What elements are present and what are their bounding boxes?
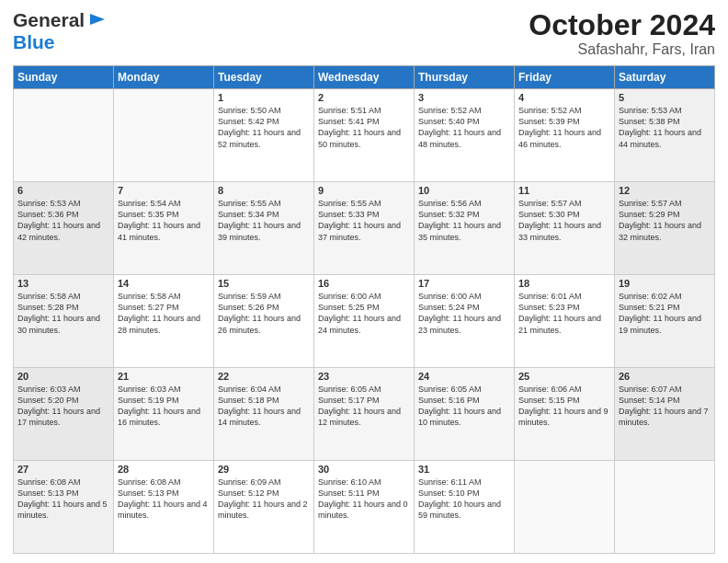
day-of-week-header: Thursday	[415, 66, 515, 89]
day-number: 20	[17, 371, 109, 382]
day-info: Sunrise: 6:09 AMSunset: 5:12 PMDaylight:…	[218, 477, 310, 522]
day-info: Sunrise: 5:55 AMSunset: 5:34 PMDaylight:…	[218, 198, 310, 243]
calendar-cell: 11Sunrise: 5:57 AMSunset: 5:30 PMDayligh…	[515, 182, 615, 275]
calendar-cell: 17Sunrise: 6:00 AMSunset: 5:24 PMDayligh…	[415, 275, 515, 368]
calendar-cell	[615, 461, 715, 554]
calendar-cell: 16Sunrise: 6:00 AMSunset: 5:25 PMDayligh…	[314, 275, 415, 368]
day-number: 6	[17, 185, 109, 196]
day-info: Sunrise: 5:51 AMSunset: 5:41 PMDaylight:…	[318, 105, 410, 150]
calendar-cell: 31Sunrise: 6:11 AMSunset: 5:10 PMDayligh…	[415, 461, 515, 554]
logo-general-text: General	[13, 9, 85, 31]
calendar-cell: 28Sunrise: 6:08 AMSunset: 5:13 PMDayligh…	[114, 461, 214, 554]
calendar-cell: 8Sunrise: 5:55 AMSunset: 5:34 PMDaylight…	[214, 182, 314, 275]
day-number: 19	[619, 278, 711, 289]
day-number: 15	[218, 278, 310, 289]
logo-flag-icon	[86, 10, 107, 30]
day-info: Sunrise: 6:06 AMSunset: 5:15 PMDaylight:…	[518, 384, 610, 429]
calendar-cell: 30Sunrise: 6:10 AMSunset: 5:11 PMDayligh…	[314, 461, 415, 554]
calendar-cell: 27Sunrise: 6:08 AMSunset: 5:13 PMDayligh…	[14, 461, 114, 554]
calendar-cell	[114, 89, 214, 182]
page: General Blue October 2024 Safashahr, Far…	[0, 0, 728, 563]
calendar-cell: 23Sunrise: 6:05 AMSunset: 5:17 PMDayligh…	[314, 368, 415, 461]
day-number: 7	[118, 185, 210, 196]
calendar-cell	[515, 461, 615, 554]
day-info: Sunrise: 5:52 AMSunset: 5:40 PMDaylight:…	[418, 105, 510, 150]
day-info: Sunrise: 5:52 AMSunset: 5:39 PMDaylight:…	[518, 105, 610, 150]
day-info: Sunrise: 5:53 AMSunset: 5:38 PMDaylight:…	[619, 105, 711, 150]
calendar-cell: 5Sunrise: 5:53 AMSunset: 5:38 PMDaylight…	[615, 89, 715, 182]
day-number: 14	[118, 278, 210, 289]
day-info: Sunrise: 6:05 AMSunset: 5:17 PMDaylight:…	[318, 384, 410, 429]
calendar-cell: 15Sunrise: 5:59 AMSunset: 5:26 PMDayligh…	[214, 275, 314, 368]
calendar-week-row: 13Sunrise: 5:58 AMSunset: 5:28 PMDayligh…	[14, 275, 715, 368]
calendar-cell: 10Sunrise: 5:56 AMSunset: 5:32 PMDayligh…	[415, 182, 515, 275]
calendar-week-row: 20Sunrise: 6:03 AMSunset: 5:20 PMDayligh…	[14, 368, 715, 461]
day-info: Sunrise: 6:07 AMSunset: 5:14 PMDaylight:…	[619, 384, 711, 429]
calendar-table: SundayMondayTuesdayWednesdayThursdayFrid…	[13, 65, 715, 554]
day-number: 28	[118, 464, 210, 475]
day-number: 4	[518, 92, 610, 103]
day-number: 12	[619, 185, 711, 196]
calendar-cell: 4Sunrise: 5:52 AMSunset: 5:39 PMDaylight…	[515, 89, 615, 182]
day-of-week-header: Wednesday	[314, 66, 415, 89]
day-number: 13	[17, 278, 109, 289]
day-info: Sunrise: 5:56 AMSunset: 5:32 PMDaylight:…	[418, 198, 510, 243]
location-title: Safashahr, Fars, Iran	[529, 41, 715, 58]
day-number: 3	[418, 92, 510, 103]
calendar-cell: 25Sunrise: 6:06 AMSunset: 5:15 PMDayligh…	[515, 368, 615, 461]
logo-blue-text: Blue	[13, 31, 55, 53]
day-info: Sunrise: 5:55 AMSunset: 5:33 PMDaylight:…	[318, 198, 410, 243]
calendar-cell: 22Sunrise: 6:04 AMSunset: 5:18 PMDayligh…	[214, 368, 314, 461]
calendar-cell: 29Sunrise: 6:09 AMSunset: 5:12 PMDayligh…	[214, 461, 314, 554]
day-of-week-header: Tuesday	[214, 66, 314, 89]
day-number: 29	[218, 464, 310, 475]
day-number: 18	[518, 278, 610, 289]
calendar-cell: 12Sunrise: 5:57 AMSunset: 5:29 PMDayligh…	[615, 182, 715, 275]
calendar-cell	[14, 89, 114, 182]
logo: General Blue	[13, 9, 107, 53]
day-info: Sunrise: 6:04 AMSunset: 5:18 PMDaylight:…	[218, 384, 310, 429]
calendar-cell: 2Sunrise: 5:51 AMSunset: 5:41 PMDaylight…	[314, 89, 415, 182]
title-block: October 2024 Safashahr, Fars, Iran	[529, 9, 715, 58]
day-info: Sunrise: 6:11 AMSunset: 5:10 PMDaylight:…	[418, 477, 510, 522]
day-number: 26	[619, 371, 711, 382]
svg-marker-0	[90, 14, 105, 25]
day-number: 21	[118, 371, 210, 382]
day-number: 16	[318, 278, 410, 289]
day-of-week-header: Saturday	[615, 66, 715, 89]
day-info: Sunrise: 5:53 AMSunset: 5:36 PMDaylight:…	[17, 198, 109, 243]
day-info: Sunrise: 5:57 AMSunset: 5:29 PMDaylight:…	[619, 198, 711, 243]
day-number: 23	[318, 371, 410, 382]
day-number: 10	[418, 185, 510, 196]
calendar-cell: 18Sunrise: 6:01 AMSunset: 5:23 PMDayligh…	[515, 275, 615, 368]
day-info: Sunrise: 5:58 AMSunset: 5:27 PMDaylight:…	[118, 291, 210, 336]
day-info: Sunrise: 5:57 AMSunset: 5:30 PMDaylight:…	[518, 198, 610, 243]
calendar-cell: 24Sunrise: 6:05 AMSunset: 5:16 PMDayligh…	[415, 368, 515, 461]
day-number: 31	[418, 464, 510, 475]
day-number: 17	[418, 278, 510, 289]
day-info: Sunrise: 6:01 AMSunset: 5:23 PMDaylight:…	[518, 291, 610, 336]
day-info: Sunrise: 6:05 AMSunset: 5:16 PMDaylight:…	[418, 384, 510, 429]
calendar-week-row: 27Sunrise: 6:08 AMSunset: 5:13 PMDayligh…	[14, 461, 715, 554]
calendar-cell: 20Sunrise: 6:03 AMSunset: 5:20 PMDayligh…	[14, 368, 114, 461]
day-info: Sunrise: 6:03 AMSunset: 5:19 PMDaylight:…	[118, 384, 210, 429]
day-number: 8	[218, 185, 310, 196]
day-number: 24	[418, 371, 510, 382]
calendar-cell: 26Sunrise: 6:07 AMSunset: 5:14 PMDayligh…	[615, 368, 715, 461]
calendar-cell: 13Sunrise: 5:58 AMSunset: 5:28 PMDayligh…	[14, 275, 114, 368]
calendar-cell: 1Sunrise: 5:50 AMSunset: 5:42 PMDaylight…	[214, 89, 314, 182]
month-title: October 2024	[529, 9, 715, 41]
day-info: Sunrise: 6:03 AMSunset: 5:20 PMDaylight:…	[17, 384, 109, 429]
day-number: 2	[318, 92, 410, 103]
day-number: 9	[318, 185, 410, 196]
day-of-week-header: Sunday	[14, 66, 114, 89]
day-info: Sunrise: 6:00 AMSunset: 5:25 PMDaylight:…	[318, 291, 410, 336]
day-info: Sunrise: 6:00 AMSunset: 5:24 PMDaylight:…	[418, 291, 510, 336]
day-number: 27	[17, 464, 109, 475]
day-number: 22	[218, 371, 310, 382]
day-number: 30	[318, 464, 410, 475]
day-number: 11	[518, 185, 610, 196]
calendar-week-row: 6Sunrise: 5:53 AMSunset: 5:36 PMDaylight…	[14, 182, 715, 275]
day-info: Sunrise: 5:50 AMSunset: 5:42 PMDaylight:…	[218, 105, 310, 150]
calendar-cell: 21Sunrise: 6:03 AMSunset: 5:19 PMDayligh…	[114, 368, 214, 461]
